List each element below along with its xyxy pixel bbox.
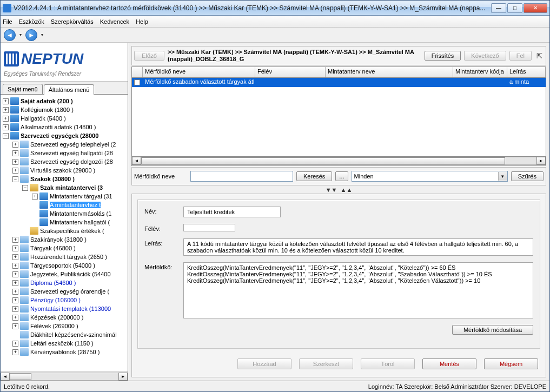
nav-forward-button[interactable]: ► <box>25 29 37 41</box>
folder-icon <box>10 123 19 131</box>
grid-header-desc[interactable]: Leírás <box>507 67 546 77</box>
scroll-thumb[interactable] <box>141 157 505 164</box>
filter-button[interactable]: Szűrés <box>511 171 544 181</box>
delete-button[interactable]: Töröl <box>361 358 415 369</box>
tree-item[interactable]: Diákhitel képzésenév-szinonimál <box>1 330 128 339</box>
tree-item[interactable]: +Nyomtatási templatek (113000 <box>1 304 128 313</box>
up-button[interactable]: Fel <box>509 51 532 61</box>
description-field[interactable]: A 11 kódú mintatanterv tárgyai közül a k… <box>183 238 533 256</box>
save-button[interactable]: Mentés <box>422 358 476 369</box>
tree-item[interactable]: +Alkalmazotti adatok (14800 ) <box>1 123 128 131</box>
data-grid: Mérföldkő neve Félév Mintatanterv neve M… <box>131 67 546 166</box>
milestone-field[interactable]: KreditOsszeg(MintaTantervEredmenyek("11"… <box>183 262 533 318</box>
tree-item[interactable]: +Kollégiumok (1800 ) <box>1 105 128 114</box>
tree-item[interactable]: +Jegyzetek, Publikációk (54400 <box>1 270 128 278</box>
tree-item[interactable]: +Tárgycsoportok (54000 ) <box>1 261 128 270</box>
folder-icon <box>10 132 19 139</box>
chevron-down-icon: ▼▼ <box>326 187 337 192</box>
doc-icon <box>20 262 29 269</box>
grid-row[interactable]: Mérföldkő szabadon választott tárgyak át… <box>132 78 546 87</box>
tree-item[interactable]: Mintatantervmásolás (1 <box>1 209 128 218</box>
row-checkbox[interactable] <box>134 79 140 85</box>
doc-icon <box>20 314 29 321</box>
tree-item[interactable]: +Szervezeti egység hallgatói (28 <box>1 149 128 157</box>
maximize-button[interactable]: □ <box>507 3 522 13</box>
prev-button[interactable]: Előző <box>134 51 164 61</box>
tree-item[interactable]: +Szervezeti egység telephelyei (2 <box>1 140 128 149</box>
tree-item[interactable]: +Tárgyak (46800 ) <box>1 244 128 253</box>
search-input[interactable] <box>190 171 293 182</box>
folder-icon <box>39 192 48 200</box>
scroll-right-button[interactable]: ► <box>118 373 128 381</box>
grid-cell: Mérföldkő szabadon választott tárgyak át… <box>143 78 255 87</box>
tree-item[interactable]: −Szakok (30800 ) <box>1 175 128 183</box>
tree-item[interactable]: −Szervezeti egységek (28000 <box>1 131 128 140</box>
filter-select[interactable]: Minden ▼ <box>352 171 508 182</box>
scroll-left-button[interactable]: ◄ <box>132 157 141 165</box>
tree-item[interactable]: +Kérvénysablonok (28750 ) <box>1 348 128 356</box>
pin-icon[interactable]: ⇱ <box>535 51 544 60</box>
tree-item[interactable]: Mintatanterv hallgatói ( <box>1 218 128 227</box>
grid-header-plan-name[interactable]: Mintatanterv neve <box>326 67 453 77</box>
scroll-thumb[interactable] <box>10 373 31 380</box>
menu-file[interactable]: File <box>3 18 12 25</box>
search-button[interactable]: Keresés <box>296 171 332 181</box>
next-button[interactable]: Következő <box>464 51 506 61</box>
tree-item[interactable]: +Képzések (200000 ) <box>1 313 128 322</box>
grid-header-plan-code[interactable]: Mintatanterv kódja <box>453 67 507 77</box>
modify-milestone-button[interactable]: Mérföldkő módosítása <box>452 325 533 335</box>
top-nav-bar: Előző >> Műszaki Kar (TEMK) >> Számvitel… <box>131 46 546 65</box>
tab-general-menu[interactable]: Általános menü <box>44 84 95 95</box>
tree-item[interactable]: +Hozzárendelt tárgyak (2650 ) <box>1 253 128 261</box>
menu-help[interactable]: Help <box>136 18 148 25</box>
nav-back-button[interactable]: ◄ <box>4 29 16 41</box>
scroll-right-button[interactable]: ► <box>536 157 546 165</box>
menu-fav[interactable]: Kedvencek <box>100 18 129 25</box>
collapse-bar[interactable]: ▼▼ ▲▲ <box>131 187 546 192</box>
scroll-left-button[interactable]: ◄ <box>1 373 10 381</box>
close-button[interactable]: ✕ <box>524 3 547 13</box>
add-button[interactable]: Hozzáad <box>237 358 291 369</box>
doc-icon <box>20 288 29 295</box>
semester-field[interactable] <box>183 224 235 231</box>
tree-item[interactable]: +Szervezeti egység dolgozói (28 <box>1 157 128 166</box>
grid-header-name[interactable]: Mérföldkő neve <box>143 67 255 77</box>
tree-item[interactable]: +Szervezeti egység órarendje ( <box>1 287 128 296</box>
tree-item[interactable]: +Leltári eszközök (1150 ) <box>1 339 128 348</box>
minimize-button[interactable]: — <box>491 3 506 13</box>
search-label: Mérföldkő neve <box>134 173 187 180</box>
menu-role[interactable]: Szerepkörváltás <box>51 18 94 25</box>
logo-area: NEPTUN Egységes Tanulmányi Rendszer <box>1 43 128 82</box>
tree-item[interactable]: +Mintatanterv tárgyai (31 <box>1 192 128 201</box>
tree-item-selected[interactable]: A mintatantervhez t <box>1 201 128 209</box>
tree-item[interactable]: +Virtuális szakok (29000 ) <box>1 166 128 175</box>
edit-button[interactable]: Szerkeszt <box>299 358 353 369</box>
menu-tools[interactable]: Eszközök <box>19 18 44 25</box>
tree-item[interactable]: +Szakirányok (31800 ) <box>1 235 128 244</box>
name-field[interactable]: Teljesített kreditek <box>183 207 281 217</box>
tree-item[interactable]: Szakspecifikus értékek ( <box>1 227 128 235</box>
tree-item[interactable]: +Diploma (54600 ) <box>1 278 128 287</box>
doc-icon <box>20 340 29 347</box>
milestone-label: Mérföldkő: <box>144 262 183 270</box>
tree-item[interactable]: +Pénzügy (106000 ) <box>1 296 128 304</box>
tab-own-menu[interactable]: Saját menü <box>3 84 43 94</box>
folder-icon <box>10 106 19 114</box>
grid-header-checkbox[interactable] <box>132 67 143 77</box>
tree-item[interactable]: −Szak mintatantervei (3 <box>1 183 128 192</box>
search-more-button[interactable]: ... <box>335 171 348 181</box>
titlebar: V2012.4.24.1 : A mintatantervhez tartozó… <box>1 1 549 16</box>
tree-item[interactable]: +Hallgatók (5400 ) <box>1 114 128 123</box>
grid-header-sem[interactable]: Félév <box>255 67 326 77</box>
doc-icon <box>20 322 29 330</box>
nav-tree[interactable]: +Saját adatok (200 ) +Kollégiumok (1800 … <box>1 95 128 371</box>
nav-forward-dropdown[interactable]: ▾ <box>39 29 45 41</box>
tree-item[interactable]: +Saját adatok (200 ) <box>1 97 128 105</box>
status-left: Letöltve 0 rekord. <box>4 383 50 390</box>
tree-item[interactable]: +Félévek (269000 ) <box>1 322 128 330</box>
refresh-button[interactable]: Frissítés <box>425 51 461 61</box>
grid-hscrollbar[interactable]: ◄ ► <box>132 156 546 165</box>
nav-back-dropdown[interactable]: ▾ <box>18 29 23 41</box>
tree-hscrollbar[interactable]: ◄ ► <box>1 371 128 381</box>
cancel-button[interactable]: Mégsem <box>484 358 538 369</box>
